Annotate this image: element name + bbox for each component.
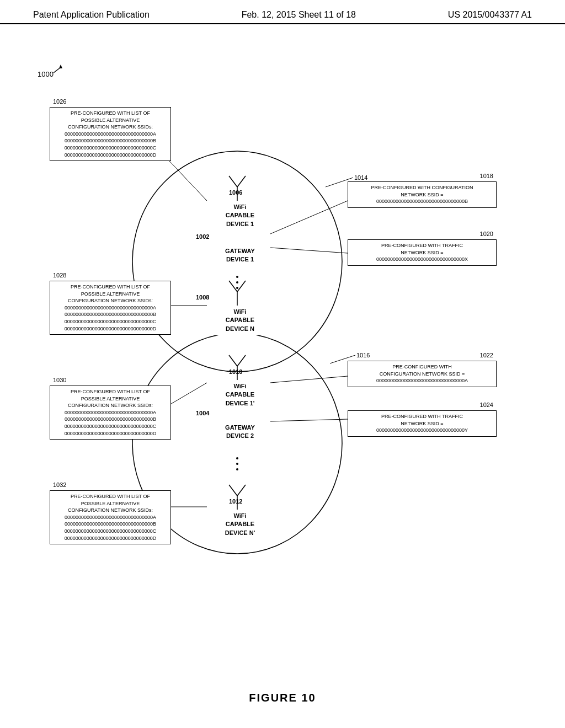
num-1022: 1022 xyxy=(480,351,493,360)
svg-line-29 xyxy=(270,248,348,253)
box-1028-text: PRE-CONFIGURED WITH LIST OF POSSIBLE ALT… xyxy=(65,284,157,331)
box-1020: 1020 PRE-CONFIGURED WITH TRAFFIC NETWORK… xyxy=(348,239,497,266)
num-1018: 1018 xyxy=(480,172,493,180)
num-1006: 1006 xyxy=(229,189,242,197)
wifi-device-1-node: 1006 WiFiCAPABLEDEVICE 1 xyxy=(212,201,268,231)
diagram-area: 1000 1014 1016 xyxy=(0,24,565,686)
svg-point-23 xyxy=(236,457,238,459)
header-right: US 2015/0043377 A1 xyxy=(448,10,532,20)
svg-text:1016: 1016 xyxy=(356,352,370,358)
wifi-device-nprime-node: 1012 WiFiCAPABLEDEVICE N' xyxy=(212,510,268,539)
svg-line-31 xyxy=(270,419,348,421)
num-1004: 1004 xyxy=(196,409,209,417)
svg-point-25 xyxy=(236,468,238,470)
svg-line-13 xyxy=(237,281,246,292)
svg-point-21 xyxy=(236,281,238,283)
box-1028: 1028 PRE-CONFIGURED WITH LIST OF POSSIBL… xyxy=(50,281,171,335)
gateway-device-1-node: 1002 GATEWAYDEVICE 1 xyxy=(212,245,268,266)
num-1008: 1008 xyxy=(196,293,209,302)
svg-line-19 xyxy=(237,485,246,496)
num-1012: 1012 xyxy=(229,497,242,506)
box-1032-text: PRE-CONFIGURED WITH LIST OF POSSIBLE ALT… xyxy=(65,494,157,541)
box-1018-text: PRE-CONFIGURED WITH CONFIGURATION NETWOR… xyxy=(371,185,473,204)
figure-label: FIGURE 10 xyxy=(0,692,565,704)
svg-point-20 xyxy=(236,276,238,278)
svg-line-18 xyxy=(229,485,237,496)
num-1028: 1028 xyxy=(53,271,66,280)
num-1002: 1002 xyxy=(196,233,209,241)
svg-line-12 xyxy=(229,281,237,292)
gateway-device-2-node: 1004 GATEWAYDEVICE 2 xyxy=(212,421,268,443)
box-1022: 1022 PRE-CONFIGURED WITH CONFIGURATION N… xyxy=(348,361,497,387)
svg-line-30 xyxy=(270,376,348,383)
box-1024-text: PRE-CONFIGURED WITH TRAFFIC NETWORK SSID… xyxy=(376,414,468,433)
num-1010: 1010 xyxy=(229,368,242,376)
svg-point-22 xyxy=(236,287,238,289)
box-1026-text: PRE-CONFIGURED WITH LIST OF POSSIBLE ALT… xyxy=(65,110,157,158)
svg-line-16 xyxy=(237,355,246,366)
num-1020: 1020 xyxy=(480,230,493,238)
box-1030: 1030 PRE-CONFIGURED WITH LIST OF POSSIBL… xyxy=(50,386,171,440)
box-1030-text: PRE-CONFIGURED WITH LIST OF POSSIBLE ALT… xyxy=(65,389,157,436)
svg-marker-1 xyxy=(59,65,62,68)
wifi-device-1prime-node: 1010 WiFiCAPABLEDEVICE 1' xyxy=(212,380,268,410)
header-center: Feb. 12, 2015 Sheet 11 of 18 xyxy=(242,10,356,20)
svg-line-10 xyxy=(237,176,246,187)
box-1026: 1026 PRE-CONFIGURED WITH LIST OF POSSIBL… xyxy=(50,107,171,161)
box-1018: 1018 PRE-CONFIGURED WITH CONFIGURATION N… xyxy=(348,181,497,208)
num-1032: 1032 xyxy=(53,481,66,489)
header-left: Patent Application Publication xyxy=(33,10,150,20)
box-1020-text: PRE-CONFIGURED WITH TRAFFIC NETWORK SSID… xyxy=(376,243,468,262)
box-1022-text: PRE-CONFIGURED WITH CONFIGURATION NETWOR… xyxy=(376,364,468,383)
svg-line-9 xyxy=(229,176,237,187)
diagram-id-label: 1000 xyxy=(38,70,54,78)
box-1032: 1032 PRE-CONFIGURED WITH LIST OF POSSIBL… xyxy=(50,490,171,544)
num-1024: 1024 xyxy=(480,401,493,409)
num-1026: 1026 xyxy=(53,98,66,106)
page-header: Patent Application Publication Feb. 12, … xyxy=(0,0,565,24)
num-1030: 1030 xyxy=(53,376,66,384)
svg-line-15 xyxy=(229,355,237,366)
wifi-device-n-top-node: 1008 WiFiCAPABLEDEVICE N xyxy=(212,306,268,335)
svg-point-24 xyxy=(236,463,238,465)
box-1024: 1024 PRE-CONFIGURED WITH TRAFFIC NETWORK… xyxy=(348,410,497,437)
svg-text:1014: 1014 xyxy=(354,174,367,181)
svg-line-28 xyxy=(270,201,348,234)
